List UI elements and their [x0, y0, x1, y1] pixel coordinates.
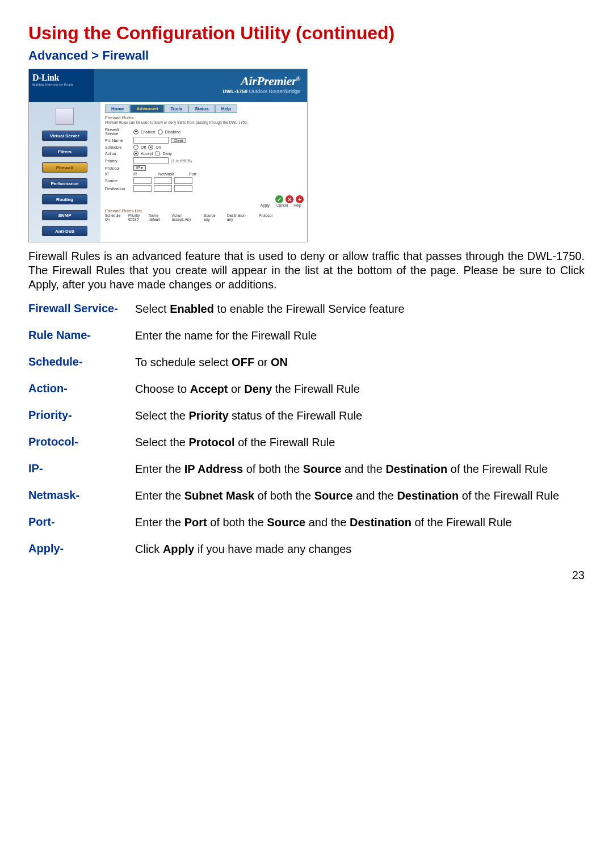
input-src-port[interactable] [174, 177, 192, 184]
tab-tools[interactable]: Tools [164, 104, 188, 113]
tabs: Home Advanced Tools Status Help [105, 104, 304, 113]
protocol-select[interactable]: IP ▾ [133, 165, 146, 171]
opt-deny: Deny [162, 152, 171, 156]
product-header: AirPremier® DWL-1750 Outdoor Router/Brid… [94, 69, 307, 102]
col-netmask: NetMask [158, 172, 187, 176]
radio-on[interactable] [148, 145, 153, 150]
field-row: Schedule-To schedule select OFF or ON [28, 355, 585, 370]
opt-on: On [156, 145, 161, 149]
apply-icon[interactable]: ✓ [275, 195, 283, 203]
section-title: Firewall Rules [105, 115, 304, 120]
radio-accept[interactable] [133, 151, 138, 156]
ui-body: Virtual Server Filters Firewall Performa… [29, 102, 307, 242]
tab-help[interactable]: Help [215, 104, 237, 113]
radio-disabled[interactable] [158, 129, 163, 135]
label-destination: Destination [105, 187, 131, 191]
field-label: Firewall Service- [28, 302, 135, 315]
page-title: Using the Configuration Utility (continu… [28, 23, 585, 44]
label-priority: Priority [105, 159, 131, 163]
tab-status[interactable]: Status [188, 104, 215, 113]
label-help: Help [291, 203, 304, 207]
cancel-icon[interactable]: ✕ [285, 195, 293, 203]
device-icon [56, 108, 74, 125]
label-ip: IP [105, 172, 131, 176]
label-action: Action [105, 152, 131, 156]
clear-button[interactable]: Clear [171, 138, 186, 143]
field-label: Priority- [28, 409, 135, 422]
rules-list-title: Firewall Rules List [105, 208, 304, 213]
field-description: Select Enabled to enable the Firewall Se… [135, 302, 585, 316]
sidebar: Virtual Server Filters Firewall Performa… [29, 102, 100, 242]
field-row: Port-Enter the Port of both the Source a… [28, 515, 585, 530]
opt-accept: Accept [141, 152, 153, 156]
action-icons: ✓ ✕ + [105, 195, 304, 203]
label-protocol: Protocol [105, 166, 131, 170]
field-label: Schedule- [28, 355, 135, 368]
page-number: 23 [28, 569, 585, 582]
breadcrumb: Advanced > Firewall [28, 48, 585, 63]
field-row: Apply-Click Apply if you have made any c… [28, 542, 585, 556]
opt-disabled: Disabled [165, 130, 180, 134]
field-row: Protocol-Select the Protocol of the Fire… [28, 435, 585, 450]
radio-deny[interactable] [155, 151, 160, 156]
sidebar-item-snmp[interactable]: SNMP [42, 210, 87, 220]
icon-labels: Apply Cancel Help [105, 203, 304, 207]
sidebar-item-antidos[interactable]: Anti-DoS [42, 226, 87, 236]
field-label: IP- [28, 462, 135, 475]
header-bar: D-Link Building Networks for People AirP… [29, 69, 307, 102]
input-priority[interactable] [133, 157, 169, 164]
field-definitions: Firewall Service-Select Enabled to enabl… [28, 302, 585, 556]
col-port: Port [189, 172, 196, 176]
field-label: Action- [28, 382, 135, 395]
field-row: Action-Choose to Accept or Deny the Fire… [28, 382, 585, 396]
input-dst-ip[interactable] [133, 185, 152, 192]
brand-name: D-Link [32, 73, 92, 83]
opt-off: Off [141, 145, 146, 149]
tab-home[interactable]: Home [105, 104, 130, 113]
field-description: Select the Protocol of the Firewall Rule [135, 435, 585, 450]
sidebar-item-firewall[interactable]: Firewall [42, 162, 87, 173]
help-icon[interactable]: + [296, 195, 304, 203]
field-description: Enter the name for the Firewall Rule [135, 329, 585, 343]
field-row: Rule Name-Enter the name for the Firewal… [28, 329, 585, 343]
sidebar-item-performance[interactable]: Performance [42, 178, 87, 188]
field-description: Click Apply if you have made any changes [135, 542, 585, 556]
rules-list-header: Schedule Priority Name Action Source Des… [105, 213, 304, 217]
sidebar-item-filters[interactable]: Filters [42, 146, 87, 157]
label-firewall-service: Firewall Service [105, 128, 131, 136]
priority-hint: (1..to 65535) [171, 159, 192, 163]
label-apply: Apply [257, 203, 273, 207]
product-logo: AirPremier® [99, 74, 300, 89]
label-cancel: Cancel [274, 203, 290, 207]
radio-enabled[interactable] [133, 129, 138, 135]
field-description: To schedule select OFF or ON [135, 355, 585, 370]
input-src-mask[interactable] [154, 177, 172, 184]
tab-advanced[interactable]: Advanced [130, 104, 164, 113]
radio-off[interactable] [133, 145, 138, 150]
config-utility-screenshot: D-Link Building Networks for People AirP… [28, 69, 308, 242]
field-row: Priority-Select the Priority status of t… [28, 409, 585, 423]
field-description: Enter the IP Address of both the Source … [135, 462, 585, 476]
field-description: Enter the Port of both the Source and th… [135, 515, 585, 530]
field-row: Firewall Service-Select Enabled to enabl… [28, 302, 585, 316]
field-label: Rule Name- [28, 329, 135, 342]
col-ip: IP [133, 172, 156, 176]
body-paragraph: Firewall Rules is an advanced feature th… [28, 249, 585, 292]
field-label: Protocol- [28, 435, 135, 448]
product-subtitle: DWL-1750 Outdoor Router/Bridge [99, 89, 300, 94]
field-row: IP-Enter the IP Address of both the Sour… [28, 462, 585, 476]
input-dst-mask[interactable] [154, 185, 172, 192]
field-label: Port- [28, 515, 135, 529]
field-label: Apply- [28, 542, 135, 555]
brand-block: D-Link Building Networks for People [29, 69, 94, 102]
sidebar-item-virtual-server[interactable]: Virtual Server [42, 131, 87, 141]
input-dst-port[interactable] [174, 185, 192, 192]
label-pri-name: Pri. Name [105, 139, 131, 142]
input-src-ip[interactable] [133, 177, 152, 184]
input-name[interactable] [133, 137, 169, 144]
label-source: Source [105, 179, 131, 183]
opt-enabled: Enabled [141, 130, 156, 134]
sidebar-item-routing[interactable]: Routing [42, 194, 87, 204]
section-hint: Firewall Rules can be used to allow or d… [105, 120, 304, 124]
field-label: Netmask- [28, 489, 135, 502]
